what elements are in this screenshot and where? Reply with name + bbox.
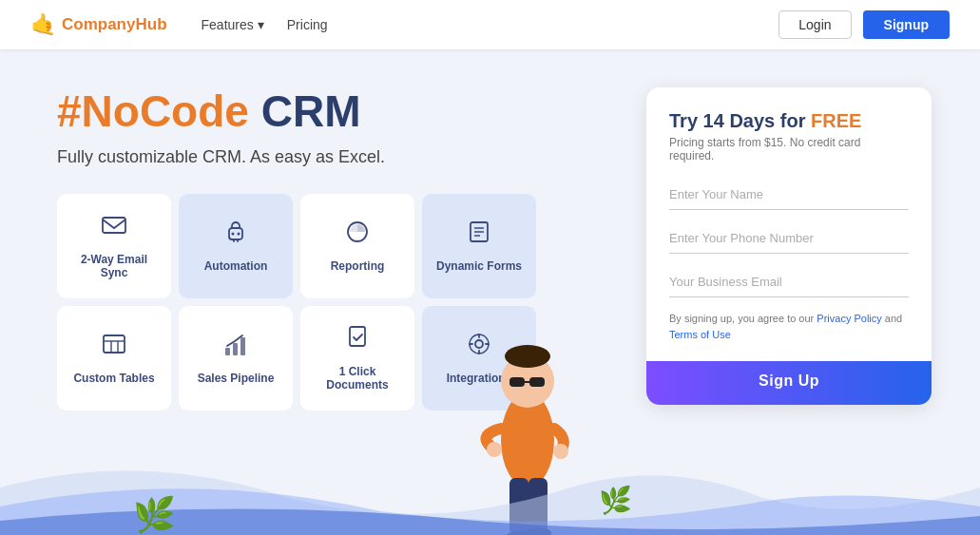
svg-rect-1 (229, 228, 242, 239)
pricing-nav-item[interactable]: Pricing (287, 17, 328, 32)
custom-tables-icon (101, 331, 127, 364)
plant-left-decoration: 🌿 (133, 495, 176, 535)
feature-label-sales-pipeline: Sales Pipeline (198, 372, 275, 385)
signup-submit-button[interactable]: Sign Up (646, 357, 932, 405)
svg-point-2 (232, 233, 235, 236)
name-input[interactable] (669, 180, 909, 210)
feature-label-click-documents: 1 Click Documents (312, 365, 403, 392)
logo-text: CompanyHub (62, 15, 167, 34)
email-sync-icon (101, 212, 127, 245)
feature-card-sales-pipeline[interactable]: Sales Pipeline (179, 306, 293, 411)
feature-grid: 2-Way Email SyncAutomationReportingDynam… (57, 194, 627, 411)
headline: #NoCode CRM (57, 87, 627, 136)
sales-pipeline-icon (222, 331, 249, 364)
chevron-down-icon: ▾ (258, 17, 264, 32)
svg-rect-13 (225, 348, 230, 355)
nocode-text: #NoCode (57, 86, 249, 136)
feature-card-email-sync[interactable]: 2-Way Email Sync (57, 194, 171, 298)
terms-text: By signing up, you agree to our Privacy … (669, 311, 909, 342)
signup-card: Try 14 Days for FREE Pricing starts from… (646, 87, 932, 405)
feature-card-reporting[interactable]: Reporting (300, 194, 414, 298)
phone-input[interactable] (669, 223, 909, 254)
nav-right: Login Signup (778, 10, 950, 39)
subheadline: Fully customizable CRM. As easy as Excel… (57, 147, 627, 167)
feature-card-integrations[interactable]: Integrations (422, 306, 536, 411)
feature-label-integrations: Integrations (447, 372, 512, 385)
feature-label-automation: Automation (204, 259, 268, 273)
card-subtitle: Pricing starts from $15. No credit card … (669, 136, 909, 162)
card-title: Try 14 Days for FREE (669, 110, 909, 132)
click-documents-icon (344, 324, 371, 357)
svg-rect-15 (240, 337, 245, 355)
svg-rect-0 (103, 218, 125, 233)
main-content: #NoCode CRM Fully customizable CRM. As e… (0, 49, 980, 535)
privacy-link[interactable]: Privacy Policy (817, 313, 881, 324)
svg-rect-14 (233, 343, 238, 355)
feature-label-dynamic-forms: Dynamic Forms (436, 259, 522, 273)
signup-button[interactable]: Signup (863, 10, 950, 39)
feature-label-reporting: Reporting (331, 259, 385, 273)
logo-icon: 🤙 (30, 12, 56, 37)
integrations-icon (466, 331, 492, 364)
feature-card-dynamic-forms[interactable]: Dynamic Forms (422, 194, 536, 298)
svg-point-3 (238, 233, 240, 236)
svg-rect-9 (104, 335, 125, 353)
nav-links: Features ▾ Pricing (202, 17, 779, 32)
plant-right-decoration: 🌿 (599, 485, 632, 516)
feature-card-click-documents[interactable]: 1 Click Documents (300, 306, 414, 411)
logo[interactable]: 🤙 CompanyHub (30, 12, 167, 37)
automation-icon (222, 219, 249, 252)
features-nav-item[interactable]: Features ▾ (202, 17, 264, 32)
crm-text: CRM (249, 86, 361, 136)
email-input[interactable] (669, 267, 909, 297)
feature-card-automation[interactable]: Automation (179, 194, 293, 298)
login-button[interactable]: Login (778, 10, 851, 39)
feature-label-custom-tables: Custom Tables (73, 372, 154, 385)
navbar: 🤙 CompanyHub Features ▾ Pricing Login Si… (0, 0, 980, 49)
svg-point-17 (475, 340, 483, 348)
dynamic-forms-icon (466, 219, 492, 252)
terms-link[interactable]: Terms of Use (669, 329, 731, 340)
svg-rect-16 (350, 327, 365, 346)
feature-card-custom-tables[interactable]: Custom Tables (57, 306, 171, 411)
reporting-icon (344, 219, 371, 252)
zigzag-decoration (646, 352, 932, 361)
feature-label-email-sync: 2-Way Email Sync (68, 253, 160, 279)
